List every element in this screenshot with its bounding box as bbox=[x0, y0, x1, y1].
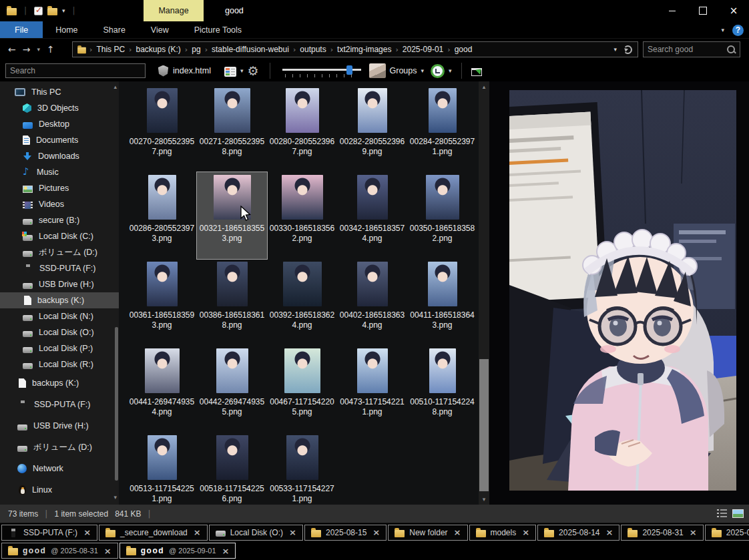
chevron-down-icon[interactable]: ▾ bbox=[421, 67, 425, 74]
refresh-icon[interactable] bbox=[623, 45, 632, 54]
file-thumbnail[interactable] bbox=[358, 87, 387, 133]
scroll-down-icon[interactable]: ▾ bbox=[479, 494, 489, 505]
sidebar-item-3d-objects[interactable]: 3D Objects bbox=[0, 100, 119, 116]
file-item[interactable]: 00533-1171542271.png bbox=[267, 433, 337, 505]
file-thumbnail[interactable] bbox=[357, 348, 388, 393]
file-item[interactable]: 00350-1865183582.png bbox=[407, 172, 477, 259]
sidebar-item--d-[interactable]: ボリューム (D:) bbox=[0, 244, 119, 260]
file-thumbnail[interactable] bbox=[216, 348, 248, 393]
sidebar-item-this-pc[interactable]: This PC bbox=[0, 84, 119, 100]
slider-thumb[interactable] bbox=[346, 65, 352, 75]
folder-icon[interactable] bbox=[7, 8, 17, 15]
file-list-scrollbar[interactable]: ▴ ▾ bbox=[479, 81, 489, 505]
file-item[interactable]: 00330-1865183562.png bbox=[267, 172, 337, 259]
file-thumbnail[interactable] bbox=[217, 261, 248, 306]
tab-2025-08-15[interactable]: 2025-08-15× bbox=[304, 525, 387, 541]
open-new-window-icon[interactable] bbox=[471, 68, 482, 76]
help-icon[interactable]: ? bbox=[732, 25, 744, 36]
sidebar-item-linux[interactable]: Linux bbox=[0, 479, 119, 501]
tab-local-disk-o-[interactable]: Local Disk (O:)× bbox=[209, 525, 303, 541]
file-item[interactable]: 00284-2805523971.png bbox=[407, 85, 477, 172]
breadcrumb-item[interactable]: backups (K:) bbox=[134, 45, 184, 54]
up-icon[interactable]: ↑ bbox=[47, 44, 55, 55]
tab-close-icon[interactable]: × bbox=[289, 527, 296, 537]
ribbon-tab-picture-tools[interactable]: Picture Tools bbox=[182, 21, 254, 38]
tab-close-icon[interactable]: × bbox=[606, 527, 613, 537]
breadcrumb-item[interactable]: stable-diffusion-webui bbox=[209, 45, 292, 54]
folder-icon[interactable] bbox=[47, 8, 57, 15]
tab-2025-09-01[interactable]: 2025-09-01× bbox=[705, 525, 749, 541]
recent-locations-icon[interactable]: ▾ bbox=[37, 46, 40, 53]
sidebar-item-videos[interactable]: Videos bbox=[0, 196, 119, 212]
tab-2025-08-31[interactable]: 2025-08-31× bbox=[621, 525, 703, 541]
file-thumbnail[interactable] bbox=[429, 348, 456, 393]
ribbon-tab-file[interactable]: File bbox=[0, 21, 43, 38]
file-thumbnail[interactable] bbox=[286, 87, 319, 133]
ribbon-tab-share[interactable]: Share bbox=[91, 21, 138, 38]
breadcrumb-item[interactable]: pg bbox=[189, 45, 203, 54]
tab-close-icon[interactable]: × bbox=[104, 546, 111, 556]
file-item[interactable]: 00473-1171542211.png bbox=[337, 346, 407, 433]
zoom-slider[interactable] bbox=[282, 63, 361, 78]
file-item[interactable]: 00467-1171542205.png bbox=[267, 346, 337, 433]
filter-box[interactable] bbox=[5, 63, 146, 78]
file-item[interactable]: 00271-2805523958.png bbox=[197, 85, 267, 172]
gear-icon[interactable]: ⚙ bbox=[248, 65, 260, 77]
sidebar-item-local-disk-n-[interactable]: Local Disk (N:) bbox=[0, 308, 119, 324]
view-options-icon[interactable] bbox=[224, 67, 236, 77]
file-thumbnail[interactable] bbox=[284, 348, 320, 393]
tab-close-icon[interactable]: × bbox=[522, 527, 529, 537]
tab-close-icon[interactable]: × bbox=[83, 527, 91, 537]
file-item[interactable]: 00442-2694749355.png bbox=[197, 346, 267, 433]
sidebar-item-local-disk-c-[interactable]: Local Disk (C:) bbox=[0, 228, 119, 244]
tab-models[interactable]: models× bbox=[469, 525, 537, 541]
file-thumbnail[interactable] bbox=[148, 435, 177, 480]
tab-close-icon[interactable]: × bbox=[690, 527, 697, 537]
file-thumbnail[interactable] bbox=[428, 261, 457, 306]
address-dropdown-icon[interactable]: ▾ bbox=[613, 46, 617, 53]
tab-close-icon[interactable]: × bbox=[222, 546, 230, 556]
tab-new-folder[interactable]: New folder× bbox=[388, 525, 467, 541]
sidebar-scrollbar[interactable] bbox=[114, 81, 119, 505]
breadcrumb-item[interactable]: 2025-09-01 bbox=[400, 45, 446, 54]
ribbon-tab-view[interactable]: View bbox=[138, 21, 182, 38]
file-thumbnail[interactable] bbox=[214, 87, 250, 133]
file-item[interactable]: 00513-1171542251.png bbox=[127, 433, 197, 505]
group-thumbnail-image[interactable] bbox=[369, 63, 386, 78]
filter-input[interactable] bbox=[10, 66, 141, 75]
sidebar-item-pictures[interactable]: Pictures bbox=[0, 180, 119, 196]
tab-2025-08-14[interactable]: 2025-08-14× bbox=[537, 525, 619, 541]
file-thumbnail[interactable] bbox=[357, 174, 388, 220]
file-item[interactable]: 00342-1865183574.png bbox=[337, 172, 407, 259]
tab--secure-download[interactable]: _secure_download× bbox=[99, 525, 208, 541]
search-box[interactable] bbox=[643, 41, 740, 57]
sidebar-item-secure-b-[interactable]: secure (B:) bbox=[0, 212, 119, 228]
sidebar-item-ssd-puta-f-[interactable]: SSD-PUTA (F:) bbox=[0, 394, 119, 415]
recently-closed-icon[interactable] bbox=[431, 64, 445, 78]
browser-lion-icon[interactable] bbox=[158, 65, 169, 77]
file-thumbnail[interactable] bbox=[147, 261, 178, 306]
close-button[interactable]: × bbox=[718, 0, 749, 21]
scrollbar-thumb[interactable] bbox=[479, 359, 489, 491]
maximize-button[interactable] bbox=[688, 0, 718, 21]
sidebar-item-local-disk-r-[interactable]: Local Disk (R:) bbox=[0, 356, 119, 372]
tab-ssd-puta-f-[interactable]: SSD-PUTA (F:)× bbox=[1, 525, 97, 541]
groups-label[interactable]: Groups bbox=[390, 66, 417, 75]
file-thumbnail[interactable] bbox=[426, 174, 459, 220]
chevron-down-icon[interactable]: ▾ bbox=[62, 7, 65, 14]
scroll-up-icon[interactable]: ▴ bbox=[479, 81, 489, 92]
scrollbar-thumb[interactable] bbox=[115, 327, 118, 481]
forward-icon[interactable]: → bbox=[23, 44, 31, 55]
sidebar-item-backups-k-[interactable]: backups (K:) bbox=[0, 372, 119, 394]
file-thumbnail[interactable] bbox=[216, 435, 248, 480]
checkbox-icon[interactable] bbox=[34, 7, 43, 15]
file-item[interactable]: 00510-1171542248.png bbox=[407, 346, 477, 433]
file-thumbnail[interactable] bbox=[148, 174, 176, 220]
back-icon[interactable]: ← bbox=[8, 44, 16, 55]
chevron-down-icon[interactable]: ▾ bbox=[449, 67, 452, 74]
file-item[interactable]: 00402-1865183634.png bbox=[337, 259, 407, 346]
collapse-ribbon-icon[interactable]: ▾ bbox=[721, 27, 724, 33]
sidebar-item--d-[interactable]: ボリューム (D:) bbox=[0, 437, 119, 458]
search-icon[interactable] bbox=[726, 45, 736, 54]
sidebar-item-local-disk-p-[interactable]: Local Disk (P:) bbox=[0, 340, 119, 356]
